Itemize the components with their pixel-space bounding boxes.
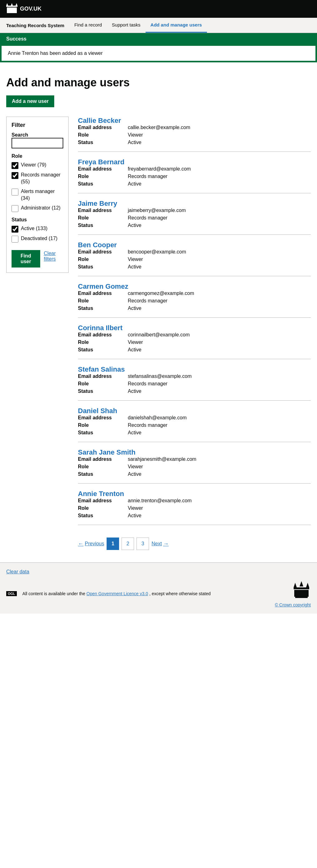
user-name-sarah-jane-smith[interactable]: Sarah Jane Smith — [78, 448, 135, 456]
status-label: Status — [78, 513, 128, 519]
gov-header: GOV.UK — [0, 0, 317, 18]
role-label: Role — [78, 215, 128, 221]
role-administrator-checkbox[interactable] — [11, 205, 19, 212]
role-filter-label: Role — [11, 153, 63, 159]
next-label: Next — [152, 541, 162, 547]
role-label: Role — [78, 464, 128, 469]
status-label: Status — [78, 140, 128, 145]
user-details-stefan-salinas: Email address stefansalinas@example.com … — [78, 373, 311, 394]
nav-add-manage-users[interactable]: Add and manage users — [146, 18, 207, 33]
role-label: Role — [78, 505, 128, 511]
user-list: Callie Becker Email address callie.becke… — [78, 117, 311, 550]
user-role: Viewer — [128, 464, 311, 469]
user-name-jaime-berry[interactable]: Jaime Berry — [78, 199, 117, 207]
user-status: Active — [128, 389, 311, 394]
user-role: Viewer — [128, 257, 311, 262]
user-card-corinna-ilbert: Corinna Ilbert Email address corinnailbe… — [78, 324, 311, 359]
pagination-page-1[interactable]: 1 — [106, 537, 119, 550]
user-status: Active — [128, 347, 311, 352]
status-deactivated-label[interactable]: Deactivated (17) — [21, 235, 57, 242]
filter-actions: Find user Clear filters — [11, 245, 63, 268]
status-label: Status — [78, 181, 128, 187]
role-label: Role — [78, 381, 128, 386]
user-status: Active — [128, 223, 311, 228]
footer: Clear data OGL All content is available … — [0, 562, 317, 614]
user-card-daniel-shah: Daniel Shah Email address danielshah@exa… — [78, 407, 311, 442]
user-name-corinna-ilbert[interactable]: Corinna Ilbert — [78, 324, 123, 332]
role-checkboxes: Viewer (79) Records manager (55) Alerts … — [11, 161, 63, 212]
status-label: Status — [78, 223, 128, 228]
pagination-prev[interactable]: ← Previous — [78, 540, 104, 547]
user-details-freya-bernard: Email address freyabernard@example.com R… — [78, 166, 311, 187]
user-card-callie-becker: Callie Becker Email address callie.becke… — [78, 117, 311, 152]
pagination-next[interactable]: Next → — [152, 540, 169, 547]
crown-copyright-link[interactable]: © Crown copyright — [275, 602, 311, 607]
status-checkbox-deactivated: Deactivated (17) — [11, 235, 63, 243]
svg-rect-4 — [295, 597, 308, 598]
user-name-daniel-shah[interactable]: Daniel Shah — [78, 407, 117, 415]
role-viewer-checkbox[interactable] — [11, 162, 19, 169]
gov-logo[interactable]: GOV.UK — [6, 3, 41, 14]
ogl-logo: OGL — [6, 591, 17, 596]
clear-filters-link[interactable]: Clear filters — [44, 251, 63, 262]
user-email: jaimeberry@example.com — [128, 208, 311, 213]
user-name-callie-becker[interactable]: Callie Becker — [78, 117, 121, 124]
role-checkbox-administrator: Administrator (12) — [11, 205, 63, 212]
role-records-manager-label[interactable]: Records manager (55) — [21, 172, 63, 186]
role-label: Role — [78, 132, 128, 138]
user-details-carmen-gomez: Email address carmengomez@example.com Ro… — [78, 290, 311, 311]
role-viewer-label[interactable]: Viewer (79) — [21, 161, 46, 168]
user-role: Records manager — [128, 298, 311, 304]
license-link[interactable]: Open Government Licence v3.0 — [86, 591, 148, 596]
user-name-carmen-gomez[interactable]: Carmen Gomez — [78, 282, 128, 290]
filter-title: Filter — [11, 122, 63, 128]
status-active-label[interactable]: Active (133) — [21, 225, 47, 232]
user-name-stefan-salinas[interactable]: Stefan Salinas — [78, 365, 125, 373]
user-details-jaime-berry: Email address jaimeberry@example.com Rol… — [78, 208, 311, 228]
crown-icon — [6, 3, 18, 14]
role-records-manager-checkbox[interactable] — [11, 172, 19, 179]
user-name-freya-bernard[interactable]: Freya Bernard — [78, 158, 124, 166]
user-name-ben-cooper[interactable]: Ben Cooper — [78, 241, 117, 249]
role-alerts-manager-label[interactable]: Alerts manager (34) — [21, 188, 63, 202]
user-details-daniel-shah: Email address danielshah@example.com Rol… — [78, 415, 311, 436]
pagination-page-3[interactable]: 3 — [136, 537, 149, 550]
email-label: Email address — [78, 208, 128, 213]
user-role: Records manager — [128, 381, 311, 386]
user-status: Active — [128, 430, 311, 436]
page-title: Add and manage users — [6, 76, 311, 89]
find-user-button[interactable]: Find user — [11, 250, 40, 268]
prev-label: Previous — [85, 541, 104, 547]
success-banner-wrapper: Success Annie Trenton has been added as … — [0, 33, 317, 62]
success-content: Annie Trenton has been added as a viewer — [0, 44, 317, 62]
user-card-jaime-berry: Jaime Berry Email address jaimeberry@exa… — [78, 199, 311, 235]
pagination-page-2[interactable]: 2 — [122, 537, 134, 550]
status-active-checkbox[interactable] — [11, 226, 19, 232]
user-email: carmengomez@example.com — [128, 290, 311, 296]
gov-logo-text: GOV.UK — [20, 6, 41, 12]
app-name: Teaching Records System — [6, 19, 69, 32]
user-email: danielshah@example.com — [128, 415, 311, 421]
role-checkbox-records-manager: Records manager (55) — [11, 172, 63, 186]
search-input[interactable] — [11, 138, 63, 148]
user-card-ben-cooper: Ben Cooper Email address bencooper@examp… — [78, 241, 311, 276]
user-status: Active — [128, 306, 311, 311]
svg-rect-0 — [6, 6, 18, 7]
status-deactivated-checkbox[interactable] — [11, 236, 19, 243]
role-alerts-manager-checkbox[interactable] — [11, 189, 19, 195]
email-label: Email address — [78, 373, 128, 379]
role-administrator-label[interactable]: Administrator (12) — [21, 205, 61, 211]
success-title: Success — [6, 36, 311, 44]
clear-data-link[interactable]: Clear data — [6, 569, 29, 574]
role-label: Role — [78, 257, 128, 262]
prev-arrow-icon: ← — [78, 540, 84, 547]
nav-find-record[interactable]: Find a record — [69, 18, 106, 33]
user-name-annie-trenton[interactable]: Annie Trenton — [78, 490, 124, 498]
user-card-freya-bernard: Freya Bernard Email address freyabernard… — [78, 158, 311, 193]
add-new-user-button[interactable]: Add a new user — [6, 95, 54, 107]
svg-rect-2 — [294, 587, 309, 589]
nav-support-tasks[interactable]: Support tasks — [107, 18, 146, 33]
user-card-annie-trenton: Annie Trenton Email address annie.trento… — [78, 490, 311, 525]
role-checkbox-alerts-manager: Alerts manager (34) — [11, 188, 63, 202]
user-email: annie.trenton@example.com — [128, 498, 311, 503]
